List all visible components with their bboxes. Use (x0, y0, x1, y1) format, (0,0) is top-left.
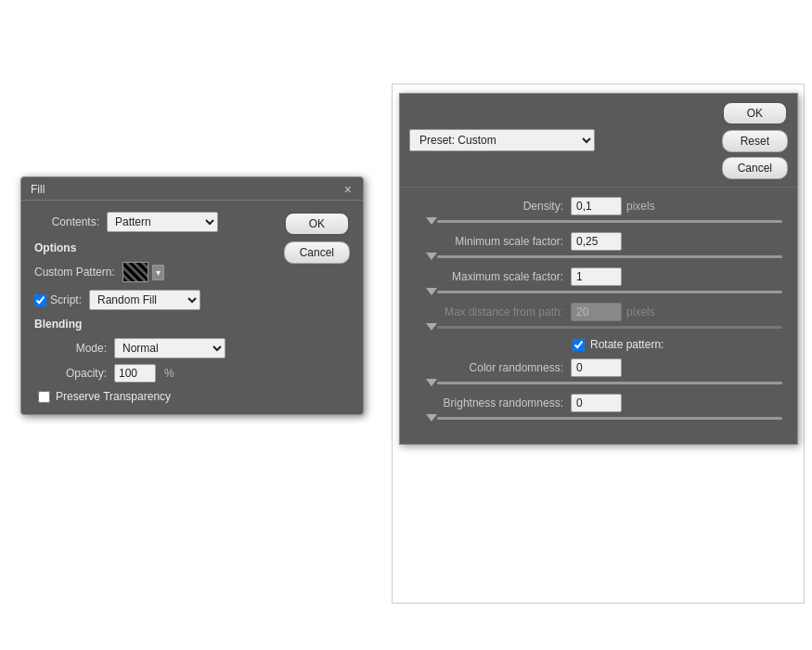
density-slider-track[interactable] (437, 220, 782, 223)
brightness-rand-slider-track[interactable] (437, 417, 782, 420)
min-scale-slider-thumb[interactable] (426, 253, 437, 260)
max-dist-input: 20 (571, 303, 622, 321)
min-scale-slider-row (415, 253, 782, 260)
max-scale-row: Maximum scale factor: 1 (415, 267, 782, 286)
brightness-rand-row: Brightness randomness: 0 (415, 394, 782, 412)
opacity-label: Opacity: (42, 367, 107, 380)
fill-cancel-button[interactable]: Cancel (284, 241, 350, 264)
min-scale-slider-track[interactable] (437, 255, 782, 258)
density-slider-thumb[interactable] (426, 217, 437, 225)
rf-cancel-button[interactable]: Cancel (722, 157, 788, 179)
script-row: Script: Random Fill (34, 290, 275, 310)
pattern-dropdown-button[interactable]: ▾ (152, 265, 164, 280)
rf-body: Density: 0,1 pixels Minimum scale factor… (400, 188, 797, 444)
max-dist-slider-track[interactable] (437, 326, 782, 329)
opacity-row: Opacity: 100 % (42, 364, 275, 383)
max-scale-slider-thumb[interactable] (426, 288, 437, 295)
brightness-rand-slider-thumb[interactable] (426, 414, 437, 422)
contents-row: Contents: Pattern (34, 212, 275, 232)
max-dist-row: Max distance from path: 20 pixels (415, 303, 782, 321)
rotate-checkbox[interactable] (573, 339, 585, 351)
density-unit: pixels (626, 200, 655, 213)
rotate-label: Rotate pattern: (590, 338, 664, 351)
options-header: Options (34, 241, 275, 254)
density-row: Density: 0,1 pixels (415, 197, 782, 215)
mode-select[interactable]: Normal (114, 338, 226, 358)
color-rand-label: Color randomness: (415, 361, 563, 374)
pattern-thumbnail[interactable] (122, 262, 148, 282)
close-button[interactable]: × (342, 183, 354, 196)
preserve-checkbox[interactable] (38, 391, 50, 403)
options-section: Options Custom Pattern: ▾ Script: Random… (34, 241, 275, 310)
min-scale-input[interactable]: 0,25 (571, 232, 622, 251)
max-dist-unit: pixels (626, 306, 655, 318)
contents-label: Contents: (34, 215, 99, 228)
max-scale-label: Maximum scale factor: (415, 270, 563, 283)
density-label: Density: (415, 200, 563, 213)
density-input[interactable]: 0,1 (571, 197, 622, 215)
preset-select[interactable]: Preset: Custom (409, 129, 595, 151)
fill-dialog-right: OK Cancel (284, 212, 350, 403)
brightness-rand-input[interactable]: 0 (571, 394, 622, 412)
color-rand-slider-row (415, 379, 782, 386)
min-scale-label: Minimum scale factor: (415, 235, 563, 248)
max-dist-slider-thumb[interactable] (426, 323, 437, 331)
blending-section: Blending Mode: Normal Opacity: 100 % Pre… (34, 318, 275, 403)
fill-dialog-title: Fill (31, 183, 45, 196)
color-rand-input[interactable]: 0 (571, 358, 622, 377)
rf-topbar: Preset: Custom OK Reset Cancel (400, 94, 797, 188)
fill-dialog-body: Contents: Pattern Options Custom Pattern… (21, 201, 363, 414)
brightness-rand-slider-row (415, 414, 782, 422)
mode-row: Mode: Normal (42, 338, 275, 358)
brightness-rand-label: Brightness randomness: (415, 396, 563, 410)
fill-dialog-left: Contents: Pattern Options Custom Pattern… (34, 212, 275, 403)
min-scale-row: Minimum scale factor: 0,25 (415, 232, 782, 251)
script-select[interactable]: Random Fill (89, 290, 200, 310)
mode-label: Mode: (42, 342, 107, 355)
max-scale-slider-track[interactable] (437, 291, 782, 293)
opacity-unit: % (164, 367, 174, 380)
fill-dialog-titlebar: Fill × (21, 177, 363, 201)
contents-select[interactable]: Pattern (107, 212, 218, 232)
opacity-input[interactable]: 100 (114, 364, 156, 383)
fill-ok-button[interactable]: OK (284, 212, 350, 236)
blending-header: Blending (34, 318, 275, 331)
script-label: Script: (50, 293, 82, 306)
max-dist-slider-row (415, 323, 782, 331)
color-rand-slider-track[interactable] (437, 382, 782, 384)
rf-ok-button[interactable]: OK (722, 101, 788, 125)
color-rand-row: Color randomness: 0 (415, 358, 782, 377)
color-rand-slider-thumb[interactable] (426, 379, 437, 386)
preserve-row: Preserve Transparency (38, 390, 275, 403)
rf-top-buttons: OK Reset Cancel (722, 101, 788, 179)
preserve-label: Preserve Transparency (56, 390, 171, 403)
density-slider-row (415, 217, 782, 225)
max-scale-slider-row (415, 288, 782, 295)
fill-dialog: Fill × Contents: Pattern Options Custom … (20, 176, 364, 415)
rotate-pattern-row: Rotate pattern: (415, 338, 782, 351)
rf-panel: Preset: Custom OK Reset Cancel Density: … (399, 93, 798, 445)
custom-pattern-label: Custom Pattern: (34, 266, 115, 279)
max-dist-label: Max distance from path: (415, 306, 563, 318)
custom-pattern-row: Custom Pattern: ▾ (34, 262, 275, 282)
rf-reset-button[interactable]: Reset (722, 130, 788, 152)
max-scale-input[interactable]: 1 (571, 267, 622, 286)
script-checkbox[interactable] (34, 294, 46, 306)
pattern-thumb-inner (123, 263, 148, 281)
